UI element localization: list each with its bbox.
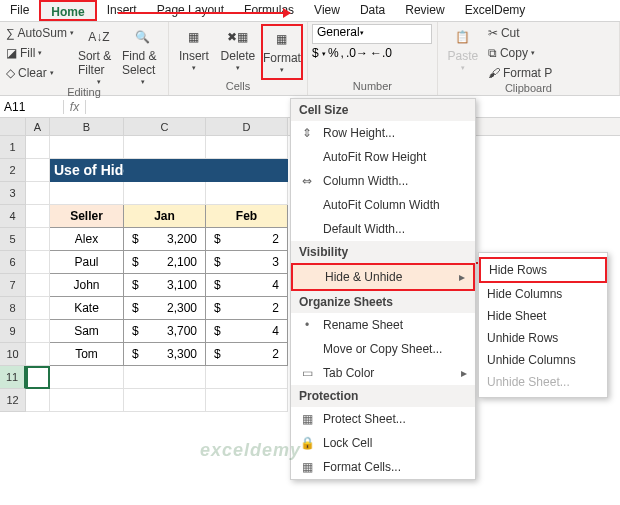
percent-button[interactable]: % bbox=[328, 46, 339, 60]
annotation-arrow bbox=[118, 12, 290, 14]
menu-section-cell-size: Cell Size bbox=[291, 99, 475, 121]
group-number: General▾ $ ▾ % , .0→ ←.0 Number bbox=[308, 22, 438, 95]
tab-file[interactable]: File bbox=[0, 0, 39, 21]
menu-default-width[interactable]: Default Width... bbox=[291, 217, 475, 241]
tab-exceldemy[interactable]: ExcelDemy bbox=[455, 0, 536, 21]
select-all-triangle[interactable] bbox=[0, 118, 26, 135]
menu-section-organize: Organize Sheets bbox=[291, 291, 475, 313]
menu-row-height[interactable]: ⇕Row Height... bbox=[291, 121, 475, 145]
insert-icon: ▦ bbox=[183, 26, 205, 48]
row-header-5[interactable]: 5 bbox=[0, 228, 26, 251]
header-seller[interactable]: Seller bbox=[50, 205, 124, 228]
group-label-cells: Cells bbox=[173, 80, 303, 93]
tab-formulas[interactable]: Formulas bbox=[234, 0, 304, 21]
header-feb[interactable]: Feb bbox=[206, 205, 288, 228]
row-header-6[interactable]: 6 bbox=[0, 251, 26, 274]
cut-button[interactable]: ✂Cut bbox=[486, 24, 554, 42]
col-width-icon: ⇔ bbox=[299, 173, 315, 189]
copy-icon: ⧉ bbox=[488, 46, 497, 60]
tab-insert[interactable]: Insert bbox=[97, 0, 147, 21]
group-editing: ∑AutoSum ▾ ◪Fill ▾ ◇Clear ▾ A↓Z Sort & F… bbox=[0, 22, 169, 95]
sort-filter-button[interactable]: A↓Z Sort & Filter▾ bbox=[78, 24, 120, 86]
tab-color-icon: ▭ bbox=[299, 365, 315, 381]
menu-autofit-row[interactable]: AutoFit Row Height bbox=[291, 145, 475, 169]
row-header-9[interactable]: 9 bbox=[0, 320, 26, 343]
currency-button[interactable]: $ ▾ bbox=[312, 46, 326, 60]
insert-button[interactable]: ▦ Insert▾ bbox=[173, 24, 215, 80]
row-header-8[interactable]: 8 bbox=[0, 297, 26, 320]
submenu-unhide-rows[interactable]: Unhide Rows bbox=[479, 327, 607, 349]
menu-hide-unhide[interactable]: Hide & Unhide▸ bbox=[291, 263, 475, 291]
format-button[interactable]: ▦ Format▾ bbox=[261, 24, 303, 80]
submenu-unhide-columns[interactable]: Unhide Columns bbox=[479, 349, 607, 371]
menu-lock-cell[interactable]: 🔒Lock Cell bbox=[291, 431, 475, 455]
protect-icon: ▦ bbox=[299, 411, 315, 427]
increase-decimal-button[interactable]: .0→ bbox=[346, 46, 368, 60]
menu-protect-sheet[interactable]: ▦Protect Sheet... bbox=[291, 407, 475, 431]
group-label-editing: Editing bbox=[4, 86, 164, 99]
row-header-11[interactable]: 11 bbox=[0, 366, 26, 389]
submenu-arrow-icon: ▸ bbox=[459, 270, 465, 284]
watermark: exceldemy bbox=[200, 440, 301, 461]
format-dropdown-menu: Cell Size ⇕Row Height... AutoFit Row Hei… bbox=[290, 98, 476, 480]
menu-move-copy-sheet[interactable]: Move or Copy Sheet... bbox=[291, 337, 475, 361]
decrease-decimal-button[interactable]: ←.0 bbox=[370, 46, 392, 60]
tab-home[interactable]: Home bbox=[39, 0, 96, 21]
tab-page-layout[interactable]: Page Layout bbox=[147, 0, 234, 21]
col-header-a[interactable]: A bbox=[26, 118, 50, 135]
fill-icon: ◪ bbox=[6, 46, 17, 60]
col-header-c[interactable]: C bbox=[124, 118, 206, 135]
submenu-hide-columns[interactable]: Hide Columns bbox=[479, 283, 607, 305]
menu-format-cells[interactable]: ▦Format Cells... bbox=[291, 455, 475, 479]
header-jan[interactable]: Jan bbox=[124, 205, 206, 228]
paste-button[interactable]: 📋 Paste▾ bbox=[442, 24, 484, 82]
delete-icon: ✖▦ bbox=[227, 26, 249, 48]
group-cells: ▦ Insert▾ ✖▦ Delete▾ ▦ Format▾ Cells bbox=[169, 22, 308, 95]
sigma-icon: ∑ bbox=[6, 26, 15, 40]
comma-button[interactable]: , bbox=[341, 46, 344, 60]
fill-button[interactable]: ◪Fill ▾ bbox=[4, 44, 76, 62]
tab-review[interactable]: Review bbox=[395, 0, 454, 21]
paste-icon: 📋 bbox=[452, 26, 474, 48]
autosum-button[interactable]: ∑AutoSum ▾ bbox=[4, 24, 76, 42]
find-select-button[interactable]: 🔍 Find & Select▾ bbox=[122, 24, 164, 86]
delete-button[interactable]: ✖▦ Delete▾ bbox=[217, 24, 259, 80]
menu-rename-sheet[interactable]: •Rename Sheet bbox=[291, 313, 475, 337]
copy-button[interactable]: ⧉Copy ▾ bbox=[486, 44, 554, 62]
row-header-10[interactable]: 10 bbox=[0, 343, 26, 366]
row-header-7[interactable]: 7 bbox=[0, 274, 26, 297]
submenu-hide-rows[interactable]: Hide Rows bbox=[479, 257, 607, 283]
menu-section-protection: Protection bbox=[291, 385, 475, 407]
row-header-4[interactable]: 4 bbox=[0, 205, 26, 228]
format-painter-button[interactable]: 🖌Format P bbox=[486, 64, 554, 82]
menu-section-visibility: Visibility bbox=[291, 241, 475, 263]
submenu-hide-sheet[interactable]: Hide Sheet bbox=[479, 305, 607, 327]
title-cell[interactable]: Use of Hide Opti bbox=[50, 159, 124, 182]
row-header-3[interactable]: 3 bbox=[0, 182, 26, 205]
ribbon-tabs: File Home Insert Page Layout Formulas Vi… bbox=[0, 0, 620, 22]
find-icon: 🔍 bbox=[132, 26, 154, 48]
name-box[interactable]: A11 bbox=[0, 100, 64, 114]
row-height-icon: ⇕ bbox=[299, 125, 315, 141]
clear-button[interactable]: ◇Clear ▾ bbox=[4, 64, 76, 82]
row-header-2[interactable]: 2 bbox=[0, 159, 26, 182]
col-header-d[interactable]: D bbox=[206, 118, 288, 135]
brush-icon: 🖌 bbox=[488, 66, 500, 80]
row-header-1[interactable]: 1 bbox=[0, 136, 26, 159]
format-icon: ▦ bbox=[271, 28, 293, 50]
eraser-icon: ◇ bbox=[6, 66, 15, 80]
row-header-12[interactable]: 12 bbox=[0, 389, 26, 412]
menu-column-width[interactable]: ⇔Column Width... bbox=[291, 169, 475, 193]
fx-icon[interactable]: fx bbox=[64, 100, 86, 114]
sort-icon: A↓Z bbox=[88, 26, 110, 48]
tab-view[interactable]: View bbox=[304, 0, 350, 21]
tab-data[interactable]: Data bbox=[350, 0, 395, 21]
hide-unhide-submenu: Hide Rows Hide Columns Hide Sheet Unhide… bbox=[478, 252, 608, 398]
number-format-select[interactable]: General▾ bbox=[312, 24, 432, 44]
menu-tab-color[interactable]: ▭Tab Color▸ bbox=[291, 361, 475, 385]
menu-autofit-column[interactable]: AutoFit Column Width bbox=[291, 193, 475, 217]
ribbon-body: ∑AutoSum ▾ ◪Fill ▾ ◇Clear ▾ A↓Z Sort & F… bbox=[0, 22, 620, 96]
submenu-unhide-sheet: Unhide Sheet... bbox=[479, 371, 607, 393]
col-header-b[interactable]: B bbox=[50, 118, 124, 135]
format-cells-icon: ▦ bbox=[299, 459, 315, 475]
